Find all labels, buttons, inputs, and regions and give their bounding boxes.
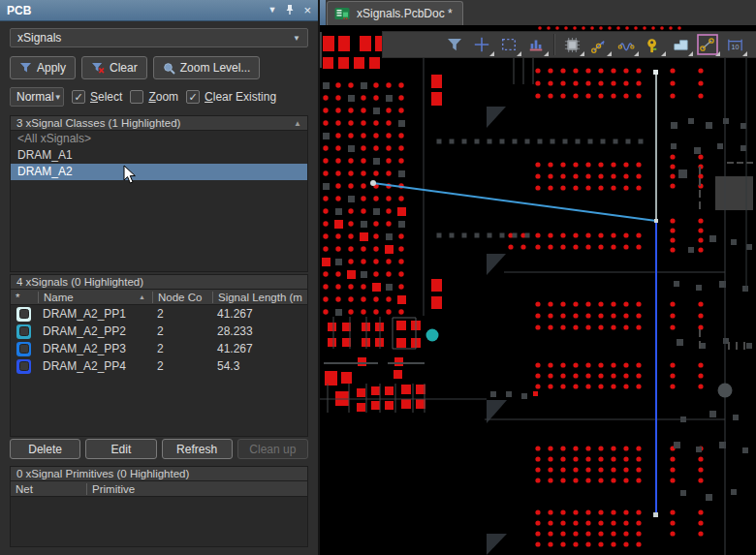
xsignal-row[interactable]: DRAM_A2_PP2 2 28.233 — [11, 323, 307, 340]
panel-title: PCB — [7, 4, 259, 17]
close-icon[interactable]: × — [303, 4, 311, 16]
xsignal-name: DRAM_A2_PP4 — [38, 359, 152, 373]
column-header-nodecount[interactable]: Node Co — [152, 292, 212, 303]
zoom-checkbox-label: Zoom — [148, 90, 178, 104]
classes-header-label: 3 xSignal Classes (1 Highlighted) — [16, 117, 180, 129]
dropdown-corner-icon — [715, 51, 720, 56]
select-area-tool[interactable] — [495, 32, 522, 57]
primitives-table-header: Net Primitive — [11, 481, 307, 497]
refresh-button[interactable]: Refresh — [162, 439, 233, 459]
column-header-length[interactable]: Signal Length (m — [212, 292, 307, 303]
checkbox-box: ✓ — [72, 90, 85, 104]
chevron-down-icon: ▼ — [54, 93, 62, 102]
xsignal-row[interactable]: DRAM_A2_PP4 2 54.3 — [11, 357, 307, 375]
collapse-icon[interactable]: ▲ — [294, 119, 301, 128]
xsignal-measure-tool[interactable] — [694, 32, 721, 57]
column-header-primitive[interactable]: Primitive — [86, 483, 307, 495]
panel-body: xSignals ▼ Apply Clear Zoom Level... — [0, 21, 318, 555]
column-chart-icon — [527, 36, 545, 53]
net-color-swatch[interactable] — [16, 307, 31, 322]
class-item-all[interactable]: <All xSignals> — [11, 131, 307, 147]
checkbox-box: ✓ — [186, 90, 200, 104]
clear-existing-checkbox[interactable]: ✓ Clear Existing — [186, 90, 276, 104]
dropdown-corner-icon — [580, 51, 584, 56]
xsignals-section-header[interactable]: 4 xSignals (0 Highlighted) — [10, 274, 308, 290]
component-chip-icon — [563, 36, 582, 54]
document-tab[interactable]: xSignals.PcbDoc * — [327, 1, 463, 25]
xsignal-name: DRAM_A2_PP1 — [38, 307, 152, 321]
dropdown-corner-icon — [607, 51, 612, 56]
xsignal-length: 41.267 — [212, 307, 307, 321]
zoom-level-button-label: Zoom Level... — [180, 61, 251, 75]
xsignal-name: DRAM_A2_PP3 — [38, 342, 152, 355]
dropdown-corner-icon — [489, 51, 494, 56]
filter-clear-icon — [91, 62, 105, 74]
dimension-tool[interactable]: 10 — [721, 32, 748, 57]
class-item-dram-a1[interactable]: DRAM_A1 — [11, 147, 307, 164]
xsignal-nodes: 2 — [152, 342, 212, 355]
net-color-swatch[interactable] — [16, 324, 31, 339]
xsignal-name: DRAM_A2_PP2 — [38, 324, 152, 338]
primitives-section-header[interactable]: 0 xSignal Primitives (0 Highlighted) — [10, 466, 308, 481]
pcb-panel: PCB ▼ × xSignals ▼ Apply Clear — [0, 0, 320, 555]
zoom-checkbox[interactable]: ✓ Zoom — [130, 90, 178, 104]
scope-select[interactable]: Normal ▼ — [10, 87, 64, 107]
dropdown-corner-icon — [544, 51, 549, 56]
delete-button[interactable]: Delete — [10, 439, 80, 459]
edit-button[interactable]: Edit — [85, 439, 156, 459]
column-header-net[interactable]: Net — [11, 483, 86, 495]
filter-icon — [19, 62, 32, 74]
sort-asc-icon: ▲ — [139, 292, 147, 303]
column-chart-tool[interactable] — [522, 32, 550, 57]
xsignal-action-row: Delete Edit Refresh Clean up — [10, 439, 308, 459]
xsignals-header-label: 4 xSignals (0 Highlighted) — [16, 276, 143, 288]
component-tool[interactable] — [558, 32, 585, 57]
crosshair-tool[interactable] — [468, 32, 495, 57]
polygon-plane-icon — [672, 36, 690, 54]
xsignal-nodes: 2 — [152, 324, 212, 338]
pcb-canvas[interactable] — [320, 0, 756, 555]
polygon-plane-tool[interactable] — [667, 32, 694, 57]
xsignals-table: * Name▲ Node Co Signal Length (m DRAM_A2… — [10, 290, 308, 437]
xsignal-row[interactable]: DRAM_A2_PP1 2 41.267 — [11, 305, 307, 323]
dimension-icon: 10 — [726, 36, 744, 54]
wave-icon — [617, 36, 636, 54]
select-area-icon — [500, 36, 518, 53]
select-checkbox[interactable]: ✓ Select — [72, 90, 122, 104]
xsignals-table-header: * Name▲ Node Co Signal Length (m — [11, 290, 307, 305]
xsignal-row[interactable]: DRAM_A2_PP3 2 41.267 — [11, 340, 307, 357]
document-tab-label: xSignals.PcbDoc * — [357, 7, 453, 20]
xsignal-classes-list: <All xSignals> DRAM_A1 DRAM_A2 — [10, 131, 308, 272]
zoom-level-button[interactable]: Zoom Level... — [153, 56, 261, 79]
xsignal-nodes: 2 — [152, 307, 212, 321]
key-tool[interactable] — [640, 32, 667, 57]
primitives-header-label: 0 xSignal Primitives (0 Highlighted) — [16, 468, 189, 479]
net-color-swatch[interactable] — [16, 342, 31, 356]
dropdown-corner-icon — [634, 51, 639, 56]
clean-up-button[interactable]: Clean up — [237, 439, 308, 459]
column-header-star[interactable]: * — [11, 292, 38, 303]
panel-mode-value: xSignals — [17, 31, 293, 45]
pcbdoc-icon — [334, 7, 351, 20]
clear-existing-checkbox-label: Clear Existing — [205, 90, 276, 104]
primitives-table: Net Primitive — [10, 481, 308, 547]
chevron-down-icon: ▼ — [293, 34, 300, 43]
wave-tool[interactable] — [613, 32, 640, 57]
class-item-dram-a2[interactable]: DRAM_A2 — [11, 164, 307, 180]
clear-button[interactable]: Clear — [81, 56, 147, 79]
classes-section-header[interactable]: 3 xSignal Classes (1 Highlighted) ▲ — [10, 115, 308, 131]
panel-edge-strip — [320, 0, 326, 25]
route-tool[interactable] — [585, 32, 613, 57]
xsignal-length: 28.233 — [212, 324, 307, 338]
net-color-swatch[interactable] — [16, 359, 31, 374]
apply-button[interactable]: Apply — [10, 56, 76, 79]
altium-window: PCB ▼ × xSignals ▼ Apply Clear — [0, 0, 756, 555]
panel-menu-icon[interactable]: ▼ — [268, 6, 276, 15]
column-header-name[interactable]: Name▲ — [38, 292, 152, 303]
clear-button-label: Clear — [110, 61, 138, 75]
xsignal-length: 54.3 — [212, 359, 307, 373]
panel-mode-select[interactable]: xSignals ▼ — [10, 28, 308, 47]
pin-icon[interactable] — [285, 4, 295, 17]
filter-tool[interactable] — [441, 32, 468, 57]
dropdown-corner-icon — [661, 51, 666, 56]
